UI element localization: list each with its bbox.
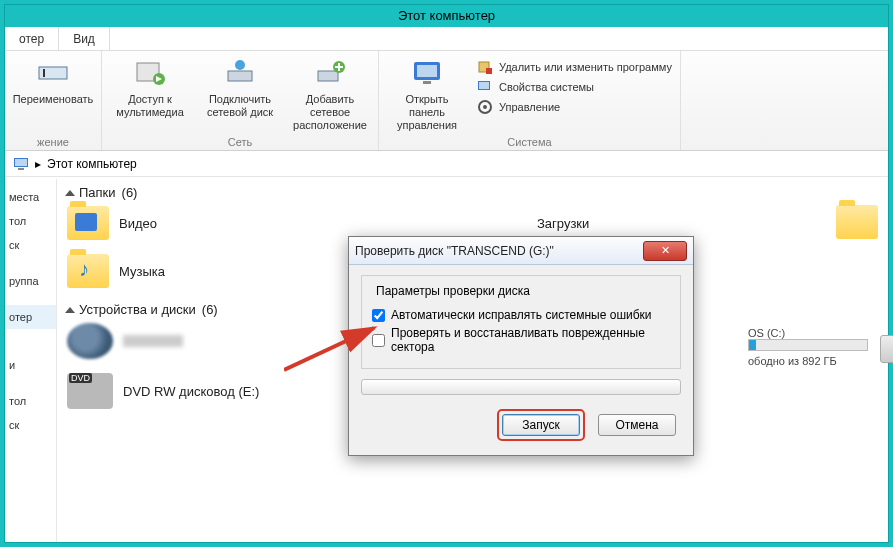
system-props-label: Свойства системы <box>499 81 594 93</box>
map-drive-label: Подключить сетевой диск <box>200 93 280 119</box>
scan-sectors-label: Проверять и восстанавливать поврежденные… <box>391 326 670 354</box>
start-button[interactable]: Запуск <box>502 414 580 436</box>
storage-bar <box>748 339 868 351</box>
drive-os[interactable]: OS (C:) ободно из 892 ГБ <box>748 327 868 367</box>
breadcrumb[interactable]: ▸ Этот компьютер <box>5 151 888 177</box>
computer-icon <box>13 156 29 172</box>
sidebar-item[interactable]: и <box>5 353 56 377</box>
ribbon-group-org-label: жение <box>13 136 93 148</box>
sidebar-item[interactable] <box>5 257 56 269</box>
folder-label: Видео <box>119 216 157 231</box>
sidebar-item[interactable] <box>5 329 56 341</box>
device-dvd[interactable]: DVD RW дисковод (E:) <box>67 373 259 409</box>
svg-point-6 <box>235 60 245 70</box>
sidebar-item[interactable]: тол <box>5 209 56 233</box>
breadcrumb-root[interactable]: Этот компьютер <box>47 157 137 171</box>
ribbon-group-net-label: Сеть <box>110 136 370 148</box>
manage-label: Управление <box>499 101 560 113</box>
check-disk-dialog: Проверить диск "TRANSCEND (G:)" ✕ Параме… <box>348 236 694 456</box>
uninstall-button[interactable]: Удалить или изменить программу <box>477 59 672 75</box>
svg-rect-19 <box>15 159 27 166</box>
scan-sectors-checkbox[interactable]: Проверять и восстанавливать поврежденные… <box>372 326 670 354</box>
folder-label: Музыка <box>119 264 165 279</box>
rename-icon <box>37 57 69 89</box>
cancel-button[interactable]: Отмена <box>598 414 676 436</box>
collapse-icon <box>65 307 75 313</box>
scan-sectors-input[interactable] <box>372 334 385 347</box>
manage-button[interactable]: Управление <box>477 99 672 115</box>
devices-label: Устройства и диски <box>79 302 196 317</box>
auto-fix-checkbox[interactable]: Автоматически исправлять системные ошибк… <box>372 308 670 322</box>
collapse-icon <box>65 190 75 196</box>
drive-os-label: OS (C:) <box>748 327 868 339</box>
manage-icon <box>477 99 493 115</box>
dialog-title: Проверить диск "TRANSCEND (G:)" <box>355 244 643 258</box>
media-access-button[interactable]: Доступ к мультимедиа <box>110 55 190 119</box>
dialog-titlebar[interactable]: Проверить диск "TRANSCEND (G:)" ✕ <box>349 237 693 265</box>
media-label: Доступ к мультимедиа <box>110 93 190 119</box>
ribbon-group-sys-label: Система <box>387 136 672 148</box>
folders-label: Папки <box>79 185 116 200</box>
uninstall-icon <box>477 59 493 75</box>
folder-downloads[interactable]: Загрузки <box>537 206 589 240</box>
folder-label: Загрузки <box>537 216 589 231</box>
svg-rect-5 <box>228 71 252 81</box>
add-network-button[interactable]: Добавить сетевое расположение <box>290 55 370 133</box>
folder-icon <box>67 206 109 240</box>
auto-fix-label: Автоматически исправлять системные ошибк… <box>391 308 652 322</box>
svg-rect-10 <box>417 65 437 77</box>
control-panel-icon <box>411 57 443 89</box>
system-props-icon <box>477 79 493 95</box>
map-drive-button[interactable]: Подключить сетевой диск <box>200 55 280 119</box>
rename-label: Переименовать <box>13 93 94 106</box>
svg-rect-7 <box>318 71 338 81</box>
hdd-icon <box>880 335 893 363</box>
folder-video[interactable]: Видео <box>67 206 157 240</box>
devices-count: (6) <box>202 302 218 317</box>
rename-button[interactable]: Переименовать <box>13 55 93 106</box>
folder-music[interactable]: Музыка <box>67 254 165 288</box>
svg-rect-13 <box>486 68 492 74</box>
device-blurred[interactable] <box>67 323 183 359</box>
control-panel-button[interactable]: Открыть панель управления <box>387 55 467 133</box>
folder-icon <box>836 205 878 239</box>
ribbon-tabs: отер Вид <box>5 27 888 51</box>
sidebar-item-selected[interactable]: отер <box>5 305 56 329</box>
dvd-icon <box>67 373 113 409</box>
progress-bar <box>361 379 681 395</box>
options-group-label: Параметры проверки диска <box>372 284 534 298</box>
add-network-icon <box>314 57 346 89</box>
auto-fix-input[interactable] <box>372 309 385 322</box>
sidebar-item[interactable]: ск <box>5 233 56 257</box>
blurred-label <box>123 335 183 347</box>
sidebar-item[interactable] <box>5 377 56 389</box>
folders-count: (6) <box>122 185 138 200</box>
options-group: Параметры проверки диска Автоматически и… <box>361 275 681 369</box>
svg-rect-20 <box>18 168 24 170</box>
drive-os-free: ободно из 892 ГБ <box>748 355 868 367</box>
sidebar-item[interactable]: тол <box>5 389 56 413</box>
start-button-highlight: Запуск <box>497 409 585 441</box>
sidebar-item[interactable]: ск <box>5 413 56 437</box>
device-label: DVD RW дисковод (E:) <box>123 384 259 399</box>
sidebar-item[interactable] <box>5 341 56 353</box>
window-titlebar: Этот компьютер <box>5 5 888 27</box>
nav-sidebar: места тол ск руппа отер и тол ск <box>5 179 57 542</box>
sidebar-item[interactable]: руппа <box>5 269 56 293</box>
svg-point-17 <box>483 105 487 109</box>
svg-rect-11 <box>423 81 431 84</box>
ribbon: Переименовать жение Доступ к мультимедиа… <box>5 51 888 151</box>
tab-view[interactable]: Вид <box>59 27 110 50</box>
media-icon <box>134 57 166 89</box>
tab-file[interactable]: отер <box>5 27 59 50</box>
folder-icon <box>67 254 109 288</box>
folders-section-header[interactable]: Папки (6) <box>67 185 878 200</box>
breadcrumb-sep: ▸ <box>35 157 41 171</box>
uninstall-label: Удалить или изменить программу <box>499 61 672 73</box>
control-panel-label: Открыть панель управления <box>387 93 467 133</box>
sidebar-item[interactable]: места <box>5 185 56 209</box>
system-props-button[interactable]: Свойства системы <box>477 79 672 95</box>
close-button[interactable]: ✕ <box>643 241 687 261</box>
sidebar-item[interactable] <box>5 293 56 305</box>
folder-generic[interactable] <box>836 205 878 239</box>
